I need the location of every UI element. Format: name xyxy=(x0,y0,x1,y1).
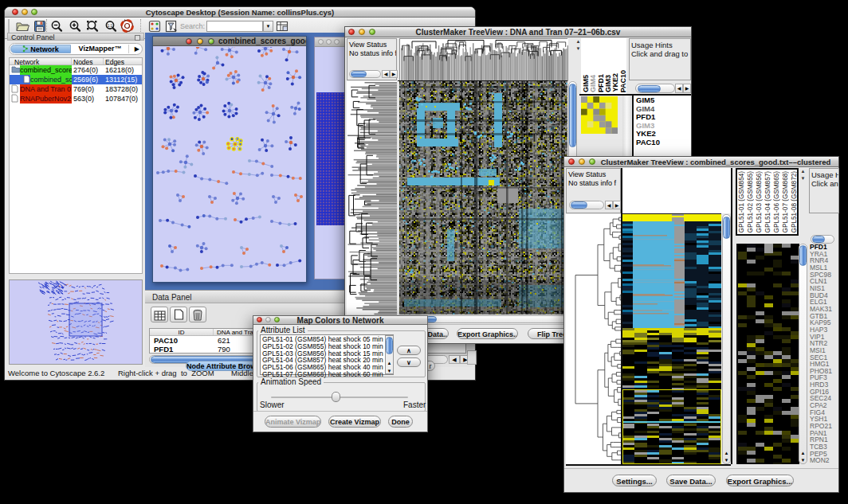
svg-text:1:1: 1:1 xyxy=(108,24,113,28)
